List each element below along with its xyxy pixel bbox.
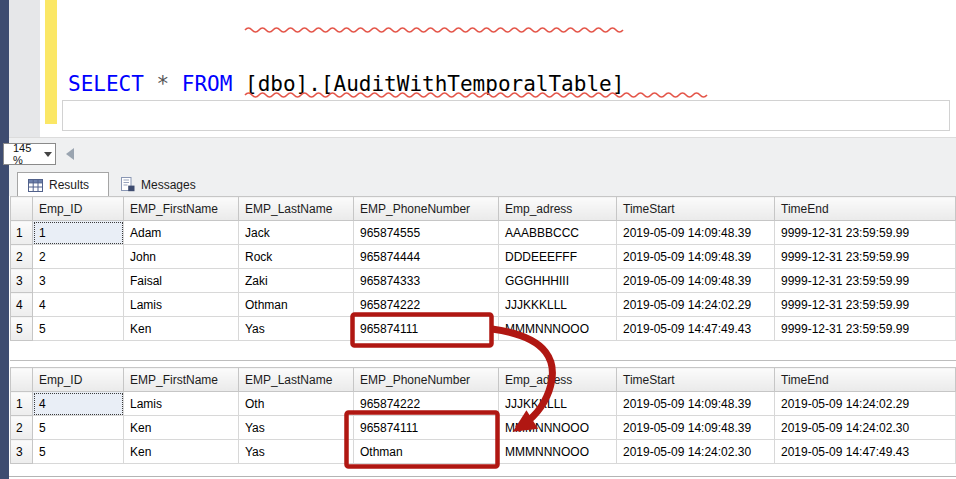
sql-keyword: SELECT [68,72,144,96]
grid-cell[interactable]: 965874333 [354,269,499,293]
column-header[interactable]: EMP_PhoneNumber [354,197,499,221]
column-header[interactable]: Emp_ID [33,368,124,392]
grid-cell[interactable]: Ken [124,416,239,440]
corner-header[interactable] [11,197,33,221]
grid-cell[interactable]: Lamis [124,392,239,416]
grid-cell[interactable]: 9999-12-31 23:59:59.99 [775,317,956,341]
grid-cell[interactable]: 9999-12-31 23:59:59.99 [775,293,956,317]
grid-cell[interactable]: 1 [33,221,124,245]
grid-cell[interactable]: 2019-05-09 14:24:02.29 [617,293,775,317]
grid-cell[interactable]: Ken [124,317,239,341]
grid-cell[interactable]: Othman [354,440,499,464]
grid-cell[interactable]: JJJKKKLLL [499,293,617,317]
sql-line-1: SELECT * FROM [dbo].[AuditWithTemporalTa… [68,68,713,101]
chevron-down-icon[interactable] [41,144,55,164]
row-number-cell[interactable]: 1 [11,392,33,416]
tab-messages[interactable]: Messages [110,172,216,197]
column-header[interactable]: TimeEnd [775,368,956,392]
grid-cell[interactable]: GGGHHHIII [499,269,617,293]
grid-cell[interactable]: 5 [33,416,124,440]
grid-cell[interactable]: 2019-05-09 14:09:48.39 [617,269,775,293]
modified-lines-indicator [45,0,57,124]
grid-cell[interactable]: Yas [239,416,354,440]
grid-cell[interactable]: 2019-05-09 14:24:02.30 [775,416,956,440]
grid-cell[interactable]: 9999-12-31 23:59:59.99 [775,221,956,245]
grid-cell[interactable]: 965874444 [354,245,499,269]
grid-cell[interactable]: 4 [33,392,124,416]
triangle-left-icon [66,148,74,160]
grid-cell[interactable]: 2019-05-09 14:09:48.39 [617,416,775,440]
results-panel-splitter[interactable] [10,360,956,361]
grid-cell[interactable]: 965874555 [354,221,499,245]
grid-cell[interactable]: Zaki [239,269,354,293]
table-row: 11AdamJack965874555AAABBBCCC2019-05-09 1… [11,221,956,245]
grid-cell[interactable]: 965874111 [354,416,499,440]
grid-cell[interactable]: 2019-05-09 14:47:49.43 [617,317,775,341]
column-header[interactable]: EMP_FirstName [124,197,239,221]
grid-cell[interactable]: 3 [33,269,124,293]
zoom-level-select[interactable]: 145 % [3,143,56,165]
grid-cell[interactable]: 5 [33,317,124,341]
column-header[interactable]: Emp_adress [499,197,617,221]
query-editor[interactable]: SELECT * FROM [dbo].[AuditWithTemporalTa… [9,0,956,137]
grid-cell[interactable]: Jack [239,221,354,245]
results-grid-icon [28,179,43,192]
row-number-cell[interactable]: 1 [11,221,33,245]
grid-cell[interactable]: Rock [239,245,354,269]
grid-cell[interactable]: John [124,245,239,269]
grid-cell[interactable]: Faisal [124,269,239,293]
column-header[interactable]: TimeStart [617,197,775,221]
column-header[interactable]: Emp_adress [499,368,617,392]
grid-cell[interactable]: 2 [33,245,124,269]
grid-cell[interactable]: 2019-05-09 14:47:49.43 [775,440,956,464]
grid-cell[interactable]: DDDEEEFFF [499,245,617,269]
grid-cell[interactable]: 965874222 [354,392,499,416]
results-grid-history[interactable]: Emp_IDEMP_FirstNameEMP_LastNameEMP_Phone… [10,367,956,464]
grid-cell[interactable]: Ken [124,440,239,464]
grid-cell[interactable]: 2019-05-09 14:09:48.39 [617,245,775,269]
results-grid-current[interactable]: Emp_IDEMP_FirstNameEMP_LastNameEMP_Phone… [10,196,956,341]
row-number-cell[interactable]: 5 [11,317,33,341]
table-row: 25KenYas965874111MMMNNNOOO2019-05-09 14:… [11,416,956,440]
grid-cell[interactable]: Yas [239,440,354,464]
grid-cell[interactable]: 2019-05-09 14:09:48.39 [617,392,775,416]
grid-cell[interactable]: Yas [239,317,354,341]
grid-cell[interactable]: JJJKKKLLL [499,392,617,416]
grid-cell[interactable]: 9999-12-31 23:59:59.99 [775,269,956,293]
grid-cell[interactable]: 2019-05-09 14:09:48.39 [617,221,775,245]
column-header[interactable]: TimeEnd [775,197,956,221]
grid-cell[interactable]: 9999-12-31 23:59:59.99 [775,245,956,269]
column-header[interactable]: TimeStart [617,368,775,392]
column-header[interactable]: Emp_ID [33,197,124,221]
grid-cell[interactable]: Lamis [124,293,239,317]
grid-cell[interactable]: MMMNNNOOO [499,416,617,440]
window-edge-strip [0,0,9,479]
tab-results[interactable]: Results [17,172,109,197]
grid-cell[interactable]: 4 [33,293,124,317]
grid-cell[interactable]: MMMNNNOOO [499,440,617,464]
corner-header[interactable] [11,368,33,392]
column-header[interactable]: EMP_LastName [239,197,354,221]
row-number-cell[interactable]: 3 [11,269,33,293]
table-row: 14LamisOth965874222JJJKKKLLL2019-05-09 1… [11,392,956,416]
row-number-cell[interactable]: 2 [11,416,33,440]
table-row: 22JohnRock965874444DDDEEEFFF2019-05-09 1… [11,245,956,269]
grid-cell[interactable]: 2019-05-09 14:24:02.29 [775,392,956,416]
scroll-left-arrow[interactable] [61,143,79,165]
column-header[interactable]: EMP_PhoneNumber [354,368,499,392]
row-number-cell[interactable]: 3 [11,440,33,464]
grid-cell[interactable]: 965874222 [354,293,499,317]
grid-cell[interactable]: Othman [239,293,354,317]
column-header[interactable]: EMP_LastName [239,368,354,392]
grid-cell[interactable]: MMMNNNOOO [499,317,617,341]
column-header[interactable]: EMP_FirstName [124,368,239,392]
sql-identifier: [dbo].[AuditWithTemporalTable] [232,72,624,96]
grid-cell[interactable]: Oth [239,392,354,416]
row-number-cell[interactable]: 2 [11,245,33,269]
grid-cell[interactable]: AAABBBCCC [499,221,617,245]
grid-cell[interactable]: Adam [124,221,239,245]
grid-cell[interactable]: 5 [33,440,124,464]
grid-cell[interactable]: 2019-05-09 14:24:02.30 [617,440,775,464]
row-number-cell[interactable]: 4 [11,293,33,317]
grid-cell[interactable]: 965874111 [354,317,499,341]
